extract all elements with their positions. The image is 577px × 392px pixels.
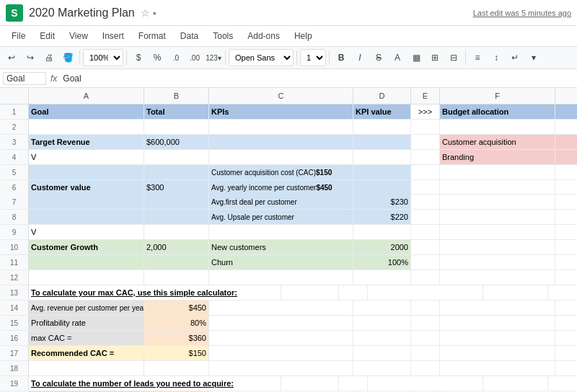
decimal0-button[interactable]: .0 <box>167 49 185 66</box>
cell-c9[interactable] <box>209 225 353 239</box>
redo-button[interactable]: ↪ <box>22 49 39 66</box>
menu-file[interactable]: File <box>6 30 31 43</box>
cell-b16[interactable]: $360 <box>144 331 209 345</box>
cell-g5[interactable] <box>555 165 577 179</box>
cell-c14[interactable] <box>209 300 353 315</box>
cell-g15[interactable] <box>555 316 577 330</box>
cell-a8[interactable] <box>29 210 144 224</box>
cell-e7[interactable] <box>411 195 440 209</box>
cell-c15[interactable] <box>209 316 353 330</box>
cell-f18[interactable] <box>440 361 555 375</box>
cell-g2[interactable] <box>555 120 577 134</box>
cell-b2[interactable] <box>144 120 209 134</box>
cell-d9[interactable] <box>353 225 411 239</box>
cell-f2[interactable] <box>440 120 555 134</box>
cell-c17[interactable] <box>209 346 353 360</box>
cell-f17[interactable] <box>440 346 555 360</box>
cell-a16[interactable]: max CAC = <box>29 331 144 345</box>
cell-g16[interactable] <box>555 331 577 345</box>
cell-b9[interactable] <box>144 225 209 239</box>
cell-d4[interactable] <box>353 150 411 164</box>
cell-e2[interactable] <box>411 120 440 134</box>
percent-button[interactable]: % <box>149 49 166 66</box>
cell-e13[interactable] <box>339 285 368 300</box>
decimal2-button[interactable]: .00 <box>186 49 203 66</box>
cell-d11[interactable]: 100% <box>353 255 411 270</box>
cell-ref[interactable]: Goal <box>3 72 46 85</box>
menu-data[interactable]: Data <box>175 30 204 43</box>
cell-a9[interactable]: V <box>29 225 144 239</box>
doc-title[interactable]: 2020 Marketing Plan <box>29 6 135 19</box>
cell-f1[interactable]: Budget allocation <box>440 104 555 119</box>
cell-g7[interactable] <box>555 195 577 209</box>
cell-g6[interactable] <box>555 180 577 195</box>
cell-d3[interactable] <box>353 135 411 149</box>
cell-e9[interactable] <box>411 225 440 239</box>
cell-c10[interactable]: New customers <box>209 240 353 254</box>
cell-d19[interactable] <box>281 376 339 391</box>
cell-e18[interactable] <box>411 361 440 375</box>
cell-b14[interactable]: $450 <box>144 300 209 315</box>
zoom-select[interactable]: 100% <box>83 49 123 66</box>
menu-format[interactable]: Format <box>133 30 172 43</box>
cell-f7[interactable] <box>440 195 555 209</box>
cell-e19[interactable] <box>339 376 368 391</box>
last-edit[interactable]: Last edit was 5 minutes ago <box>473 9 571 17</box>
cell-g8[interactable] <box>555 210 577 224</box>
cell-a19[interactable]: To calculate the number of leads you nee… <box>29 376 281 391</box>
cell-b18[interactable] <box>144 361 209 375</box>
cell-f8[interactable] <box>440 210 555 224</box>
cell-c16[interactable] <box>209 331 353 345</box>
cell-c12[interactable] <box>209 270 353 285</box>
cell-b5[interactable] <box>144 165 209 179</box>
cell-a4[interactable]: V <box>29 150 144 164</box>
cell-a1[interactable]: Goal <box>29 104 144 119</box>
cell-d17[interactable] <box>353 346 411 360</box>
cell-g19[interactable] <box>483 376 548 391</box>
bold-button[interactable]: B <box>332 49 350 66</box>
cell-c1[interactable]: KPIs <box>209 104 353 119</box>
fillcolor-button[interactable]: ▦ <box>408 49 425 66</box>
menu-tools[interactable]: Tools <box>207 30 239 43</box>
textcolor-button[interactable]: A <box>389 49 406 66</box>
borders-button[interactable]: ⊞ <box>426 49 444 66</box>
print-button[interactable]: 🖨 <box>40 49 58 66</box>
cell-f6[interactable] <box>440 180 555 195</box>
cell-g4[interactable]: $75,000 <box>555 150 577 164</box>
menu-edit[interactable]: Edit <box>34 30 61 43</box>
cell-a6[interactable]: Customer value <box>29 180 144 195</box>
cell-a7[interactable] <box>29 195 144 209</box>
cell-e14[interactable] <box>411 300 440 315</box>
cell-e17[interactable] <box>411 346 440 360</box>
italic-button[interactable]: I <box>351 49 369 66</box>
font-select[interactable]: Open Sans <box>229 49 294 66</box>
cell-a3[interactable]: Target Revenue <box>29 135 144 149</box>
cell-d14[interactable] <box>353 300 411 315</box>
cell-b10[interactable]: 2,000 <box>144 240 209 254</box>
cell-b8[interactable] <box>144 210 209 224</box>
cell-c11[interactable]: Churn <box>209 255 353 270</box>
valign-button[interactable]: ↕ <box>488 49 505 66</box>
cell-e5[interactable] <box>411 165 440 179</box>
cell-g12[interactable] <box>555 270 577 285</box>
cell-f16[interactable] <box>440 331 555 345</box>
cell-e8[interactable] <box>411 210 440 224</box>
cell-g3[interactable]: $225,000 <box>555 135 577 149</box>
cell-a5[interactable] <box>29 165 144 179</box>
cell-a10[interactable]: Customer Growth <box>29 240 144 254</box>
cell-g10[interactable] <box>555 240 577 254</box>
cell-d13[interactable] <box>281 285 339 300</box>
fontsize-select[interactable]: 10 <box>300 49 326 66</box>
cell-g18[interactable] <box>555 361 577 375</box>
cell-d10[interactable]: 2000 <box>353 240 411 254</box>
cell-f19[interactable] <box>368 376 483 391</box>
col-header-e[interactable]: E <box>411 88 440 104</box>
cell-f5[interactable] <box>440 165 555 179</box>
cell-a13[interactable]: To calculate your max CAC, use this simp… <box>29 285 281 300</box>
cell-d7[interactable]: $230 <box>353 195 411 209</box>
cell-d2[interactable] <box>353 120 411 134</box>
cell-d8[interactable]: $220 <box>353 210 411 224</box>
cell-c18[interactable] <box>209 361 353 375</box>
cell-d15[interactable] <box>353 316 411 330</box>
cell-f14[interactable] <box>440 300 555 315</box>
